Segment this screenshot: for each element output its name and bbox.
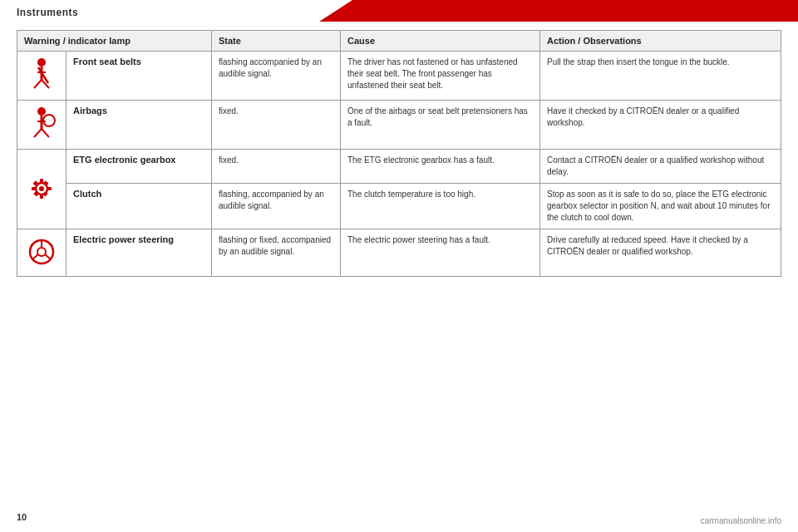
table-row-clutch: Clutch flashing, accompanied by an audib… — [17, 184, 781, 229]
action-cell-clutch: Stop as soon as it is safe to do so, pla… — [540, 184, 781, 229]
icon-cell-airbag — [17, 101, 66, 150]
svg-line-25 — [32, 254, 38, 259]
action-cell-eps: Drive carefully at reduced speed. Have i… — [540, 229, 781, 277]
table-row-etg: ETG electronic gearbox fixed. The ETG el… — [17, 150, 781, 184]
page-number: 10 — [17, 512, 27, 522]
table-row-seatbelt: Front seat belts flashing accompanied by… — [17, 52, 781, 101]
icon-cell-etg — [17, 150, 66, 229]
col-header-cause: Cause — [341, 31, 540, 52]
cause-cell-airbag: One of the airbags or seat belt pretensi… — [341, 101, 540, 150]
svg-line-8 — [34, 129, 42, 137]
svg-rect-14 — [40, 179, 43, 183]
col-header-warning: Warning / indicator lamp — [17, 31, 212, 52]
svg-line-9 — [42, 129, 49, 137]
cause-cell-etg: The ETG electronic gearbox has a fault. — [341, 150, 540, 184]
state-cell-clutch: flashing, accompanied by an audible sign… — [212, 184, 341, 229]
eps-steering-icon — [24, 234, 59, 269]
cause-cell-eps: The electric power steering has a fault. — [341, 229, 540, 277]
name-cell-etg: ETG electronic gearbox — [66, 150, 212, 184]
svg-point-0 — [37, 58, 46, 66]
col-header-state: State — [212, 31, 341, 52]
svg-rect-17 — [47, 187, 52, 190]
cause-cell-clutch: The clutch temperature is too high. — [341, 184, 540, 229]
action-cell-seatbelt: Pull the strap then insert the tongue in… — [540, 52, 781, 101]
svg-point-13 — [39, 186, 44, 191]
state-cell-airbag: fixed. — [212, 101, 341, 150]
svg-line-2 — [34, 80, 42, 88]
svg-point-23 — [37, 248, 46, 256]
table-row-airbag: Airbags fixed. One of the airbags or sea… — [17, 101, 781, 150]
seatbelt-icon — [26, 57, 57, 93]
page-header: Instruments — [0, 0, 798, 22]
watermark-text: carmanualsonline.info — [701, 516, 781, 525]
name-cell-airbag: Airbags — [66, 101, 212, 150]
state-cell-eps: flashing or fixed, accompanied by an aud… — [212, 229, 341, 277]
icon-cell-seatbelt — [17, 52, 66, 101]
table-row-eps: Electric power steering flashing or fixe… — [17, 229, 781, 277]
action-cell-etg: Contact a CITROËN dealer or a qualified … — [540, 150, 781, 184]
instruments-table: Warning / indicator lamp State Cause Act… — [17, 30, 781, 277]
svg-rect-15 — [40, 195, 43, 199]
svg-point-6 — [37, 107, 46, 116]
state-cell-etg: fixed. — [212, 150, 341, 184]
header-accent-bar — [319, 0, 798, 22]
cause-cell-seatbelt: The driver has not fastened or has unfas… — [341, 52, 540, 101]
col-header-action: Action / Observations — [540, 31, 781, 52]
etg-gear-icon — [26, 170, 57, 207]
svg-rect-19 — [43, 180, 48, 185]
content-area: Warning / indicator lamp State Cause Act… — [0, 22, 798, 285]
svg-line-26 — [45, 254, 51, 259]
airbag-icon — [26, 106, 57, 142]
page-title: Instruments — [17, 7, 78, 18]
svg-rect-16 — [32, 187, 36, 190]
table-header-row: Warning / indicator lamp State Cause Act… — [17, 31, 781, 52]
name-cell-eps: Electric power steering — [66, 229, 212, 277]
icon-cell-eps — [17, 229, 66, 277]
action-cell-airbag: Have it checked by a CITROËN dealer or a… — [540, 101, 781, 150]
state-cell-seatbelt: flashing accompanied by an audible signa… — [212, 52, 341, 101]
name-cell-clutch: Clutch — [66, 184, 212, 229]
name-cell-seatbelt: Front seat belts — [66, 52, 212, 101]
